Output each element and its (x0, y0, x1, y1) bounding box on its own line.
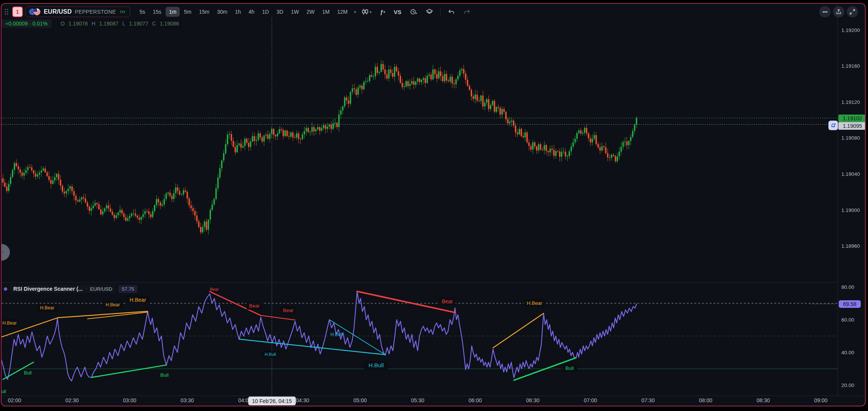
rsi-pair: EUR/USD (90, 286, 112, 292)
timeframe-1D[interactable]: 1D (258, 7, 272, 17)
rsi-tick: 20.00 (841, 382, 854, 388)
open-value: 1.19078 (69, 21, 88, 27)
timeframe-3D[interactable]: 3D (273, 7, 287, 17)
time-tick[interactable]: 02:30 (65, 397, 79, 403)
price-tick: 1.18960 (841, 243, 860, 249)
live-signal-icon (119, 9, 126, 15)
divergence-label: Bull (160, 372, 169, 378)
timeframe-1h[interactable]: 1h (231, 7, 244, 17)
toolbar: 1 EUR/USD PEPPERSTONE (4, 5, 474, 18)
divergence-label: Bull (565, 365, 574, 371)
alert-button[interactable] (407, 7, 420, 17)
price-tick: 1.19120 (841, 99, 860, 105)
divergence-label: H.Bear (40, 305, 54, 311)
price-tick: 1.19080 (841, 135, 860, 141)
timeframe-12M[interactable]: 12M (334, 7, 351, 17)
high-value: 1.19087 (99, 21, 119, 27)
divergence-label: H.Bull (265, 352, 276, 357)
time-tick[interactable]: 05:30 (411, 397, 424, 403)
compare-button[interactable]: VS (391, 7, 404, 17)
svg-text:◔: ◔ (2, 249, 4, 256)
ohlc-values: O1.19078 H1.19087 L1.19077 C1.19086 (57, 19, 183, 28)
add-alert-icon[interactable] (828, 121, 838, 130)
rsi-tick: 40.00 (841, 350, 854, 355)
divergence-label: Bear (210, 287, 219, 292)
divergence-label: Bear (442, 298, 453, 304)
timeframe-1M[interactable]: 1M (319, 7, 333, 17)
timeframe-30m[interactable]: 30m (214, 7, 231, 17)
chart-canvas[interactable]: 1.192001.191601.191201.190801.190401.190… (2, 4, 863, 404)
symbol-button[interactable]: EUR/USD PEPPERSTONE (25, 6, 130, 17)
timeframe-5s[interactable]: 5s (136, 7, 149, 17)
separator-dot: · (86, 287, 87, 291)
time-tick[interactable]: 05:00 (353, 397, 367, 403)
share-button[interactable] (833, 6, 844, 18)
chart-window: 1.192001.191601.191201.190801.190401.190… (1, 3, 866, 406)
close-label: C (152, 21, 156, 27)
divergence-label: H.Bear (129, 297, 146, 303)
time-tick[interactable]: 06:00 (469, 397, 482, 403)
time-tick[interactable]: 08:30 (756, 397, 770, 403)
ohlc-row: +0.00009 · 0.01% O1.19078 H1.19087 L1.19… (2, 19, 183, 28)
divergence-label: H.Bull (369, 362, 384, 368)
fullscreen-button[interactable] (847, 6, 858, 18)
more-options-button[interactable]: ••• (819, 6, 831, 18)
time-tick[interactable]: 03:30 (180, 397, 194, 403)
low-value: 1.19077 (129, 21, 148, 27)
chart-style-button[interactable]: ▾ (358, 7, 375, 17)
divergence-label: Bull (24, 370, 32, 376)
timeframe-row: 5s15s1m5m15m30m1h4h1D3D1W2W1M12M (136, 7, 351, 17)
open-label: O (61, 21, 65, 27)
price-tick: 1.19160 (841, 63, 860, 69)
high-label: H (91, 21, 95, 27)
price-tick: 1.19200 (841, 27, 860, 33)
indicators-button[interactable]: ƒ+ (377, 7, 388, 17)
time-tick[interactable]: 06:30 (526, 397, 539, 403)
timeframe-4h[interactable]: 4h (245, 7, 258, 17)
tab-number-badge[interactable]: 1 (12, 6, 23, 17)
close-value: 1.19086 (160, 21, 179, 27)
indicator-dot-icon (4, 287, 7, 291)
broker-name: PEPPERSTONE (75, 9, 116, 15)
timeframe-15s[interactable]: 15s (149, 7, 165, 17)
crosshair-price-badge: 1.19095 (838, 122, 866, 130)
time-tick[interactable]: 03:00 (123, 397, 136, 403)
rsi-title-text: RSI Divergence Scanner (... (13, 286, 83, 292)
price-tick: 1.19000 (841, 207, 860, 213)
timeframe-1m[interactable]: 1m (166, 7, 180, 17)
rsi-tick: 80.00 (841, 284, 854, 290)
symbol-name: EUR/USD (44, 8, 72, 15)
timeframe-more-caret[interactable]: ▾ (354, 10, 356, 14)
redo-button[interactable] (460, 7, 474, 16)
rsi-value-badge: 69.58 (839, 300, 861, 308)
rsi-indicator-header[interactable]: RSI Divergence Scanner (... · EUR/USD 57… (4, 284, 137, 293)
time-tick[interactable]: 02:00 (8, 397, 21, 403)
divergence-label: ull (2, 389, 6, 394)
timeframe-1W[interactable]: 1W (287, 7, 302, 17)
time-tick[interactable]: 04:30 (296, 397, 309, 403)
divergence-label: Bear (249, 303, 260, 309)
price-tick: 1.19040 (841, 171, 860, 177)
divergence-label: Bear (283, 307, 294, 313)
symbol-flags-icon (29, 8, 41, 16)
timeframe-15m[interactable]: 15m (196, 7, 213, 17)
last-price-badge: 1.19102 (838, 115, 866, 122)
time-tick[interactable]: 08:00 (699, 397, 712, 403)
price-change: +0.00009 · 0.01% (2, 19, 51, 28)
time-tick[interactable]: 09:00 (814, 397, 828, 403)
timeframe-2W[interactable]: 2W (303, 7, 318, 17)
rsi-current-value: 57.75 (118, 285, 138, 293)
time-tick[interactable]: 07:30 (641, 397, 655, 403)
divergence-label: H.Bear (527, 300, 542, 306)
time-tick[interactable]: 07:00 (584, 397, 597, 403)
undo-button[interactable] (444, 7, 458, 16)
low-label: L (122, 21, 125, 27)
timeframe-5m[interactable]: 5m (180, 7, 195, 17)
grip-icon[interactable] (4, 8, 9, 16)
layers-button[interactable] (423, 7, 436, 17)
divergence-label: H.Bull (330, 332, 343, 337)
crosshair-time-badge: 10 Feb'26, 04:15 (248, 397, 296, 405)
rsi-indicator-title: RSI Divergence Scanner (... · EUR/USD (10, 285, 115, 293)
window-actions: ••• (819, 6, 858, 18)
divergence-label: H.Bear (105, 302, 120, 307)
